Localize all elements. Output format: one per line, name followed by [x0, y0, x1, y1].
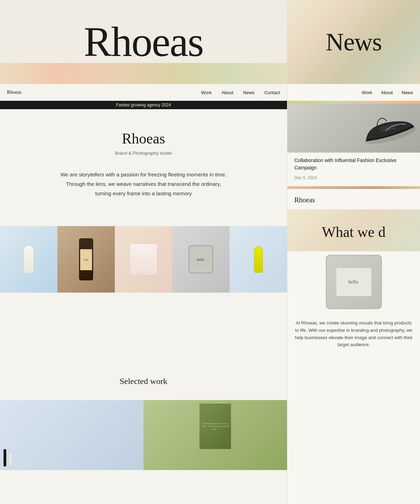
sidebar-about-title: Rhoeas: [294, 196, 413, 204]
carousel-item-3: [115, 226, 172, 293]
sidebar-about: Rhoeas: [287, 189, 420, 204]
carousel-img-placeholder-1: [0, 226, 57, 293]
nav-contact[interactable]: Contact: [264, 90, 280, 95]
page-main-title: Rhoeas: [28, 130, 259, 147]
desc-line2: Through the lens, we weave narratives th…: [66, 181, 221, 187]
sidebar-mac-product: hello.: [326, 255, 382, 309]
work-products-left: [4, 449, 13, 467]
about-section: Rhoeas Brand & Photography studio We are…: [0, 109, 287, 212]
news-headline: Collaboration with Influential Fashion E…: [294, 157, 413, 172]
about-subtitle: Brand & Photography studio: [28, 150, 259, 156]
carousel-item-1: [0, 226, 57, 293]
sidebar: News Work About News: [287, 0, 420, 504]
sidebar-mac-screen: hello.: [336, 268, 371, 296]
nav-work[interactable]: Work: [201, 90, 212, 95]
image-carousel: Asahi hello.: [0, 226, 287, 293]
sidebar-nav-work[interactable]: Work: [362, 90, 372, 95]
carousel-item-4: hello.: [172, 226, 230, 293]
carousel-img-placeholder-3: [115, 226, 172, 293]
shoe-svg: [357, 104, 420, 152]
sidebar-lower-gradient-divider: [287, 186, 420, 189]
news-image: [287, 104, 420, 153]
carousel-item-5: [230, 226, 287, 293]
sidebar-desc-text: At Rhoeas, we create stunning visuals th…: [295, 320, 413, 347]
selected-work-title: Selected work: [28, 377, 259, 386]
sidebar-mac-area: hello.: [287, 251, 420, 314]
product-tube: [23, 245, 34, 273]
selected-work-section: Selected work: [0, 363, 287, 393]
hero-section: Rhoeas: [0, 0, 287, 84]
hero-gradient: [0, 63, 287, 84]
ticker-text: Fastest growing agency 2024: [116, 103, 171, 107]
sidebar-nav-news[interactable]: News: [401, 90, 413, 95]
ticker-bar: Fastest growing agency 2024: [0, 101, 287, 109]
news-card: Collaboration with Influential Fashion E…: [287, 104, 420, 186]
desc-line3: turning every frame into a lasting memor…: [95, 190, 192, 196]
news-date: Dec 6, 2024: [294, 175, 317, 180]
product-mac: hello.: [189, 245, 213, 273]
work-grid: A sophisticated Carrot Oil serum, Citrus…: [0, 400, 287, 470]
spacer: [0, 293, 287, 363]
news-content: Collaboration with Influential Fashion E…: [287, 153, 420, 186]
sidebar-gradient-divider: [287, 101, 420, 104]
sidebar-what-we-do: What we d: [287, 209, 420, 251]
mascara-tube: [4, 449, 6, 467]
sidebar-news-title: News: [326, 28, 382, 57]
shoe-illustration: [353, 104, 420, 153]
book-text: A sophisticated Carrot Oil serum, Citrus…: [201, 422, 229, 430]
product-bottle: Asahi: [79, 238, 93, 280]
book-green: A sophisticated Carrot Oil serum, Citrus…: [200, 404, 231, 449]
product-glossier: [254, 246, 263, 273]
bottle-label: Asahi: [80, 249, 92, 270]
nav-about[interactable]: About: [222, 90, 233, 95]
cream-tube: [8, 453, 13, 467]
sidebar-nav-about[interactable]: About: [381, 90, 393, 95]
nav-news[interactable]: News: [243, 90, 255, 95]
nav-links: Work About News Contact: [201, 89, 280, 96]
carousel-img-placeholder-5: [230, 226, 287, 293]
carousel-item-2: Asahi: [57, 226, 115, 293]
work-item-2: A sophisticated Carrot Oil serum, Citrus…: [144, 400, 287, 470]
desc-line1: We are storytellers with a passion for f…: [61, 172, 226, 177]
sidebar-what-title: What we d: [322, 224, 386, 240]
nav-logo: Rhoeas: [7, 90, 21, 95]
carousel-img-placeholder-4: hello.: [172, 226, 230, 293]
carousel-img-placeholder-2: Asahi: [57, 226, 115, 293]
navbar: Rhoeas Work About News Contact: [0, 84, 287, 101]
sidebar-news-header: News: [287, 0, 420, 84]
work-item-1: [0, 400, 144, 470]
sidebar-description: At Rhoeas, we create stunning visuals th…: [287, 314, 420, 354]
product-cake: [130, 244, 158, 275]
hero-title: Rhoeas: [84, 18, 203, 66]
sidebar-nav-strip: Work About News: [287, 84, 420, 101]
about-description: We are storytellers with a passion for f…: [56, 170, 231, 198]
